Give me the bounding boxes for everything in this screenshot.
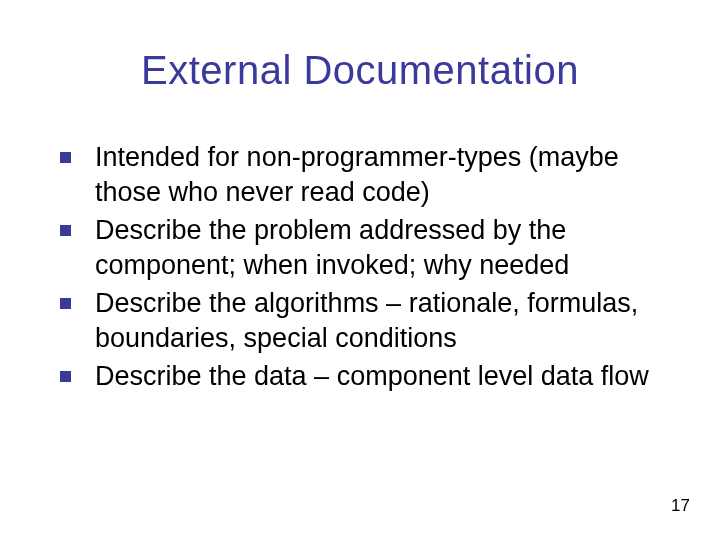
square-bullet-icon (60, 371, 71, 382)
slide-body: Intended for non-programmer-types (maybe… (60, 140, 672, 398)
square-bullet-icon (60, 225, 71, 236)
slide-title: External Documentation (0, 48, 720, 93)
list-item-text: Describe the algorithms – rationale, for… (95, 286, 672, 355)
list-item: Describe the problem addressed by the co… (60, 213, 672, 282)
list-item: Intended for non-programmer-types (maybe… (60, 140, 672, 209)
list-item-text: Describe the problem addressed by the co… (95, 213, 672, 282)
square-bullet-icon (60, 152, 71, 163)
slide: External Documentation Intended for non-… (0, 0, 720, 540)
list-item: Describe the algorithms – rationale, for… (60, 286, 672, 355)
list-item-text: Describe the data – component level data… (95, 359, 649, 394)
list-item-text: Intended for non-programmer-types (maybe… (95, 140, 672, 209)
list-item: Describe the data – component level data… (60, 359, 672, 394)
square-bullet-icon (60, 298, 71, 309)
page-number: 17 (671, 496, 690, 516)
